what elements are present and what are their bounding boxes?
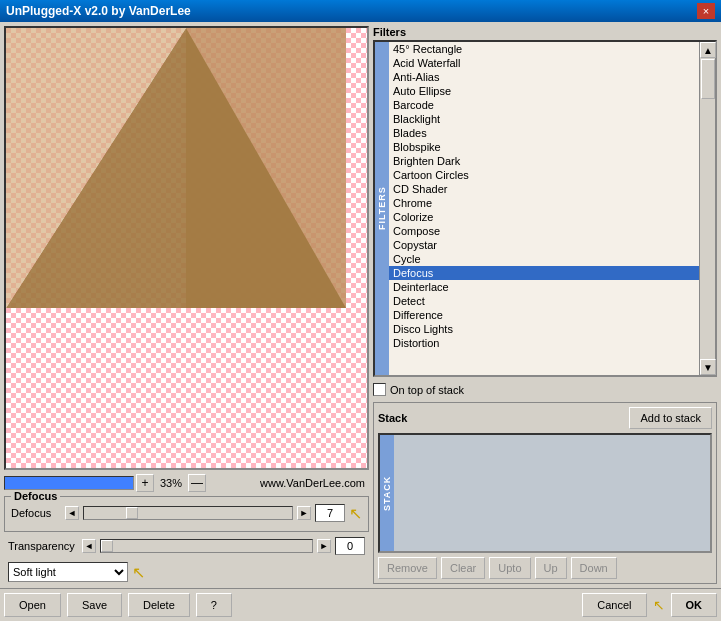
up-button[interactable]: Up [535,557,567,579]
stack-title: Stack [378,412,407,424]
delete-button[interactable]: Delete [128,593,190,617]
main-content: + 33% — www.VanDerLee.com Defocus Defocu… [0,22,721,588]
stack-section: Stack Add to stack STACK Remove Clear Up… [373,402,717,584]
filter-item[interactable]: Detect [389,294,699,308]
filters-section: Filters FILTERS 45° RectangleAcid Waterf… [373,26,717,377]
filters-label: Filters [373,26,717,38]
filter-item[interactable]: Anti-Alias [389,70,699,84]
filters-scrollbar: ▲ ▼ [699,42,715,375]
filter-item[interactable]: Blobspike [389,140,699,154]
defocus-group-title: Defocus [11,490,60,502]
zoom-percent: 33% [156,477,186,489]
close-button[interactable]: × [697,3,715,19]
filters-sidebar: FILTERS [375,42,389,375]
defocus-label: Defocus [11,507,61,519]
defocus-left-button[interactable]: ◄ [65,506,79,520]
filter-item[interactable]: Difference [389,308,699,322]
filter-item[interactable]: Barcode [389,98,699,112]
save-button[interactable]: Save [67,593,122,617]
filter-item[interactable]: CD Shader [389,182,699,196]
title-text: UnPlugged-X v2.0 by VanDerLee [6,4,191,18]
title-bar: UnPlugged-X v2.0 by VanDerLee × [0,0,721,22]
filter-item[interactable]: Defocus [389,266,699,280]
upto-button[interactable]: Upto [489,557,530,579]
scroll-down-button[interactable]: ▼ [700,359,716,375]
filters-list-container: FILTERS 45° RectangleAcid WaterfallAnti-… [373,40,717,377]
transparency-left-button[interactable]: ◄ [82,539,96,553]
transparency-right-button[interactable]: ► [317,539,331,553]
on-top-row: On top of stack [373,381,717,398]
filters-list[interactable]: 45° RectangleAcid WaterfallAnti-AliasAut… [389,42,699,375]
filter-item[interactable]: Auto Ellipse [389,84,699,98]
zoom-plus-button[interactable]: + [136,474,154,492]
cancel-button[interactable]: Cancel [582,593,646,617]
cancel-cursor-icon: ↖ [653,597,665,613]
defocus-value[interactable]: 7 [315,504,345,522]
filter-item[interactable]: Distortion [389,336,699,350]
transparency-value[interactable]: 0 [335,537,365,555]
on-top-checkbox[interactable] [373,383,386,396]
scroll-thumb[interactable] [701,59,715,99]
stack-sidebar: STACK [380,435,394,551]
filter-item[interactable]: 45° Rectangle [389,42,699,56]
help-button[interactable]: ? [196,593,232,617]
filter-item[interactable]: Blacklight [389,112,699,126]
down-button[interactable]: Down [571,557,617,579]
filter-item[interactable]: Disco Lights [389,322,699,336]
canvas-overlay [6,28,367,468]
filter-item[interactable]: Cartoon Circles [389,168,699,182]
transparency-row: Transparency ◄ ► 0 [4,534,369,558]
left-panel: + 33% — www.VanDerLee.com Defocus Defocu… [4,26,369,584]
filter-item[interactable]: Brighten Dark [389,154,699,168]
filter-item[interactable]: Chrome [389,196,699,210]
add-to-stack-button[interactable]: Add to stack [629,407,712,429]
remove-button[interactable]: Remove [378,557,437,579]
canvas-area [4,26,369,470]
bottom-bar: Open Save Delete ? Cancel ↖ OK [0,588,721,621]
blend-cursor-icon: ↖ [132,563,145,582]
filter-item[interactable]: Copystar [389,238,699,252]
canvas-checkerboard [6,28,367,468]
stack-header: Stack Add to stack [378,407,712,429]
defocus-group: Defocus Defocus ◄ ► 7 ↖ [4,496,369,532]
zoom-minus-button[interactable]: — [188,474,206,492]
filter-item[interactable]: Compose [389,224,699,238]
clear-button[interactable]: Clear [441,557,485,579]
transparency-slider-track[interactable] [100,539,313,553]
defocus-right-button[interactable]: ► [297,506,311,520]
filter-item[interactable]: Acid Waterfall [389,56,699,70]
filter-item[interactable]: Deinterlace [389,280,699,294]
right-panel: Filters FILTERS 45° RectangleAcid Waterf… [373,26,717,584]
stack-area: STACK [378,433,712,553]
scroll-up-button[interactable]: ▲ [700,42,716,58]
defocus-row: Defocus ◄ ► 7 ↖ [11,501,362,525]
blend-row: Soft light Normal Multiply Screen Overla… [4,560,369,584]
blend-mode-select[interactable]: Soft light Normal Multiply Screen Overla… [8,562,128,582]
open-button[interactable]: Open [4,593,61,617]
defocus-slider-thumb[interactable] [126,507,138,519]
filter-item[interactable]: Cycle [389,252,699,266]
zoom-progress-bar [4,476,134,490]
stack-controls: Remove Clear Upto Up Down [378,557,712,579]
defocus-slider-track[interactable] [83,506,293,520]
filter-item[interactable]: Colorize [389,210,699,224]
transparency-label: Transparency [8,540,78,552]
website-text: www.VanDerLee.com [260,477,369,489]
defocus-cursor-icon: ↖ [349,504,362,523]
filter-item[interactable]: Blades [389,126,699,140]
ok-button[interactable]: OK [671,593,718,617]
on-top-label: On top of stack [390,384,464,396]
stack-content [394,435,710,551]
transparency-slider-thumb[interactable] [101,540,113,552]
scroll-track[interactable] [700,58,715,359]
